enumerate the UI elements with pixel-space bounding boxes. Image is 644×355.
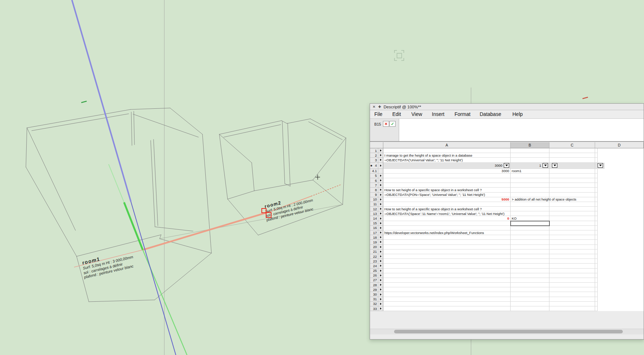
row-options-button[interactable] [378, 226, 383, 230]
cell-C26[interactable] [549, 273, 595, 278]
row-header-25[interactable]: 25 [370, 269, 383, 273]
cancel-entry-button[interactable]: ✕ [383, 121, 389, 127]
row-header-13[interactable]: 13 [370, 211, 383, 216]
cell-C18[interactable] [549, 235, 595, 240]
row-header-20[interactable]: 20 [370, 245, 383, 250]
row-header-6[interactable]: 6 [370, 178, 383, 183]
row-options-button[interactable] [378, 306, 383, 311]
worksheet-window[interactable]: ✕ ✚ Descriptif @ 100%** FileEditViewInse… [370, 103, 644, 340]
row-options-button[interactable] [378, 283, 383, 287]
cell-A16[interactable] [383, 226, 511, 230]
cell-C19[interactable] [549, 240, 595, 244]
cell-A21[interactable] [383, 250, 511, 254]
cell-D6[interactable] [595, 178, 598, 183]
cell-C23[interactable] [549, 259, 595, 264]
spreadsheet-grid[interactable]: ABCD 12I manage to get the height of a s… [370, 142, 644, 339]
column-header-d[interactable]: D [595, 142, 644, 148]
cell-D26[interactable] [595, 273, 598, 278]
row-header-8[interactable]: 8 [370, 188, 383, 192]
cell-A11[interactable] [383, 202, 511, 207]
cell-D22[interactable] [595, 254, 598, 259]
cell-B19[interactable] [511, 240, 549, 244]
cell-B4.1[interactable]: room1 [511, 169, 549, 174]
cell-B15[interactable] [511, 221, 549, 226]
row-options-button[interactable] [378, 254, 383, 259]
cell-C13[interactable] [549, 211, 595, 216]
horizontal-scrollbar[interactable] [370, 329, 644, 334]
cell-A27[interactable] [383, 278, 511, 283]
cell-C7[interactable] [549, 183, 595, 188]
row-header-9[interactable]: 9 [370, 193, 383, 197]
cell-B26[interactable] [511, 273, 549, 278]
cell-C17[interactable] [549, 230, 595, 235]
cell-D19[interactable] [595, 240, 598, 244]
cell-B29[interactable] [511, 287, 549, 292]
row-header-4[interactable]: ◆4 [370, 163, 383, 169]
cell-A5[interactable] [383, 174, 511, 178]
row-header-24[interactable]: 24 [370, 264, 383, 268]
row-options-button[interactable] [378, 269, 383, 273]
cell-D10[interactable] [595, 197, 598, 202]
row-options-button[interactable] [378, 292, 383, 296]
cell-C29[interactable] [549, 287, 595, 292]
cell-B5[interactable] [511, 174, 549, 178]
cell-A9[interactable]: =OBJECTDATA(PON='Space'; 'Universal Valu… [383, 193, 511, 197]
row-options-button[interactable] [378, 230, 383, 235]
cell-C5[interactable] [549, 174, 595, 178]
menu-insert[interactable]: Insert [432, 111, 444, 117]
row-header-3[interactable]: 3 [370, 158, 383, 162]
menu-help[interactable]: Help [512, 111, 523, 117]
cell-C3[interactable] [549, 158, 595, 162]
cell-C1[interactable] [549, 148, 595, 153]
cell-B2[interactable] [511, 153, 549, 158]
cell-A25[interactable] [383, 269, 511, 273]
cell-D3[interactable] [595, 158, 598, 162]
cell-A20[interactable] [383, 245, 511, 250]
cell-D18[interactable] [595, 235, 598, 240]
cell-A8[interactable]: How to set height of a specific space ob… [383, 188, 511, 192]
row-options-button[interactable] [378, 211, 383, 216]
worksheet-titlebar[interactable]: ✕ ✚ Descriptif @ 100%** [370, 104, 644, 110]
row-header-31[interactable]: 31 [370, 297, 383, 302]
cell-B16[interactable] [511, 226, 549, 230]
column-header-b[interactable]: B [511, 142, 549, 148]
cell-C11[interactable] [549, 202, 595, 207]
cell-D7[interactable] [595, 183, 598, 188]
cell-D32[interactable] [595, 302, 598, 306]
row-header-28[interactable]: 28 [370, 283, 383, 287]
row-options-button[interactable] [378, 264, 383, 268]
row-options-button[interactable] [378, 207, 383, 211]
row-options-button[interactable] [378, 174, 383, 178]
selection-handle[interactable] [266, 212, 271, 218]
row-header-1[interactable]: 1 [370, 148, 383, 153]
cell-C27[interactable] [549, 278, 595, 283]
row-options-button[interactable] [378, 302, 383, 306]
sheet-corner-cell[interactable] [370, 142, 383, 148]
cell-A30[interactable] [383, 292, 511, 297]
row-options-button[interactable] [378, 235, 383, 239]
row-header-7[interactable]: 7 [370, 183, 383, 188]
cell-C25[interactable] [549, 269, 595, 273]
menu-database[interactable]: Database [480, 111, 501, 117]
cell-B1[interactable] [511, 148, 549, 153]
cell-D20[interactable] [595, 245, 598, 250]
cell-C8[interactable] [549, 188, 595, 192]
cell-B10[interactable]: > addition of all net height of space ob… [511, 197, 549, 202]
row-header-2[interactable]: 2 [370, 153, 383, 158]
menu-view[interactable]: View [411, 111, 422, 117]
cell-B6[interactable] [511, 178, 549, 183]
cell-B24[interactable] [511, 264, 549, 268]
cell-B27[interactable] [511, 278, 549, 283]
cell-B7[interactable] [511, 183, 549, 188]
row-options-button[interactable] [378, 250, 383, 254]
cell-B9[interactable] [511, 193, 549, 197]
row-header-32[interactable]: 32 [370, 302, 383, 306]
cell-D13[interactable] [595, 211, 598, 216]
cell-C14[interactable] [549, 216, 595, 221]
row-options-button[interactable] [378, 245, 383, 249]
cell-C4.1[interactable] [549, 169, 595, 174]
cell-D4.1[interactable] [595, 169, 598, 174]
cell-D11[interactable] [595, 202, 598, 207]
cell-D1[interactable] [595, 148, 598, 153]
row-header-15[interactable]: 15 [370, 221, 383, 226]
